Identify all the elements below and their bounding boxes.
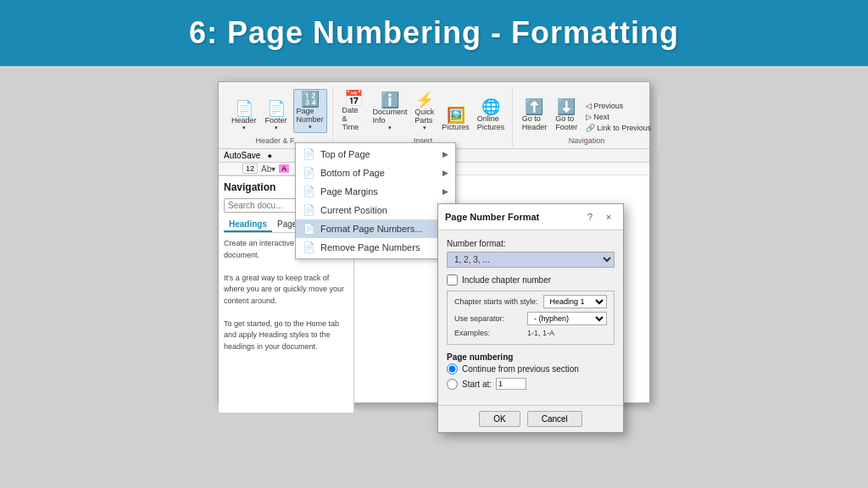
ribbon-buttons-nav: ⬆️ Go toHeader ⬇️ Go toFooter ◁ Previous (520, 97, 654, 133)
header-button[interactable]: 📄 Header ▾ (229, 99, 259, 133)
ribbon-group-header-footer: 📄 Header ▾ 📄 Footer ▾ 🔢 PageNumber (224, 87, 333, 147)
footer-icon: 📄 (267, 101, 286, 116)
nav-group-label: Navigation (569, 136, 605, 145)
page-title: 6: Page Numbering - Formatting (0, 15, 868, 51)
menu-format-page-numbers[interactable]: 📄 Format Page Numbers... (296, 219, 455, 238)
next-button[interactable]: ▷ Next (583, 112, 654, 122)
link-to-previous-button[interactable]: 🔗 Link to Previous (583, 123, 654, 133)
page-number-button[interactable]: 🔢 PageNumber ▾ (293, 89, 327, 133)
ribbon-buttons-hf: 📄 Header ▾ 📄 Footer ▾ 🔢 PageNumber (229, 89, 327, 133)
previous-button[interactable]: ◁ Previous (583, 101, 654, 111)
menu-bottom-of-page[interactable]: 📄 Bottom of Page ▶ (296, 164, 455, 182)
menu-label-top: Top of Page (320, 149, 370, 159)
menu-icon-top: 📄 (303, 148, 315, 160)
page-numbering-title: Page numbering (447, 352, 513, 362)
dialog-titlebar: Page Number Format ? × (438, 204, 623, 230)
highlight-icon: A (279, 164, 289, 173)
online-pictures-button[interactable]: 🌐 OnlinePictures (475, 97, 506, 133)
start-at-radio[interactable] (447, 379, 458, 390)
go-to-header-button[interactable]: ⬆️ Go toHeader (520, 97, 550, 133)
footer-arrow: ▾ (275, 125, 278, 131)
nav-tab-headings[interactable]: Headings (224, 218, 272, 232)
menu-label-format: Format Page Numbers... (320, 224, 422, 234)
date-time-label: Date &Time (342, 106, 365, 131)
link-icon: 🔗 (586, 124, 595, 132)
pictures-icon: 🖼️ (447, 108, 465, 123)
font-ab-icon: Ab▾ (261, 164, 275, 174)
quick-parts-icon: ⚡ (415, 92, 434, 108)
use-separator-label: Use separator: (454, 314, 522, 323)
examples-row: Examples: 1-1, 1-A (454, 329, 607, 337)
footer-label: Footer (265, 116, 287, 125)
menu-icon-current: 📄 (303, 204, 315, 216)
number-format-label: Number format: (447, 239, 615, 248)
dialog-footer: OK Cancel (438, 405, 623, 432)
cancel-button[interactable]: Cancel (527, 411, 582, 427)
number-format-field: Number format: 1, 2, 3, ... (447, 239, 615, 268)
continue-label: Continue from previous section (462, 364, 579, 374)
next-icon: ▷ (586, 113, 592, 121)
date-time-icon: 📅 (344, 91, 363, 106)
examples-value: 1-1, 1-A (527, 329, 595, 337)
link-label: Link to Previous (597, 124, 651, 132)
menu-label-remove: Remove Page Numbers (320, 242, 420, 252)
doc-info-label: DocumentInfo (372, 108, 407, 125)
go-to-header-label: Go toHeader (522, 114, 548, 131)
ribbon-row: 📄 Header ▾ 📄 Footer ▾ 🔢 PageNumber (219, 86, 649, 148)
chapter-style-label: Chapter starts with style: (454, 297, 538, 306)
header-arrow: ▾ (242, 125, 246, 131)
page-number-label: PageNumber (297, 107, 324, 124)
pictures-button[interactable]: 🖼️ Pictures (440, 106, 471, 133)
ribbon: 📄 Header ▾ 📄 Footer ▾ 🔢 PageNumber (219, 82, 649, 149)
menu-icon-bottom: 📄 (303, 167, 315, 179)
use-separator-select[interactable]: - (hyphen) (527, 312, 607, 325)
menu-icon-format: 📄 (303, 223, 315, 235)
menu-label-margins: Page Margins (320, 186, 378, 197)
go-to-header-icon: ⬆️ (525, 99, 543, 114)
header-label: Header (231, 116, 257, 125)
page-number-icon: 🔢 (301, 92, 320, 107)
menu-page-margins[interactable]: 📄 Page Margins ▶ (296, 182, 455, 201)
go-to-footer-button[interactable]: ⬇️ Go toFooter (553, 97, 580, 133)
menu-icon-remove: 📄 (303, 241, 315, 253)
ribbon-small-btns: ◁ Previous ▷ Next 🔗 Link to Previous (583, 101, 654, 133)
quick-parts-label: QuickParts (415, 108, 434, 125)
dialog-controls: ? × (582, 209, 616, 225)
include-chapter-checkbox[interactable] (447, 274, 458, 286)
hf-group-label: Header & F... (256, 136, 301, 145)
quick-parts-button[interactable]: ⚡ QuickParts ▾ (413, 91, 437, 133)
menu-remove-page-numbers[interactable]: 📄 Remove Page Numbers (296, 238, 455, 257)
menu-label-current: Current Position (320, 205, 387, 215)
ok-button[interactable]: OK (479, 411, 520, 427)
ribbon-group-insert: 📅 Date &Time ℹ️ DocumentInfo ▾ ⚡ QuickPa… (335, 87, 513, 147)
chapter-style-select[interactable]: Heading 1 (543, 295, 607, 308)
autosave-toggle: ● (267, 152, 271, 160)
doc-info-button[interactable]: ℹ️ DocumentInfo ▾ (370, 91, 409, 133)
header-icon: 📄 (235, 101, 253, 116)
doc-info-icon: ℹ️ (381, 92, 399, 108)
menu-top-of-page[interactable]: 📄 Top of Page ▶ (296, 145, 455, 164)
pictures-label: Pictures (442, 123, 470, 131)
footer-button[interactable]: 📄 Footer ▾ (263, 99, 290, 133)
start-at-label: Start at: (462, 380, 492, 389)
continue-radio[interactable] (447, 363, 458, 374)
font-size-indicator: 12 (242, 164, 258, 174)
next-label: Next (593, 113, 609, 121)
menu-arrow-bottom: ▶ (442, 169, 448, 177)
menu-label-bottom: Bottom of Page (320, 168, 385, 178)
page-numbering-section: Page numbering Continue from previous se… (447, 348, 615, 390)
date-time-button[interactable]: 📅 Date &Time (340, 89, 368, 133)
chapter-style-row: Chapter starts with style: Heading 1 (454, 295, 607, 308)
dialog-body: Number format: 1, 2, 3, ... Include chap… (438, 230, 623, 405)
previous-icon: ◁ (586, 102, 592, 110)
online-pictures-label: OnlinePictures (477, 114, 505, 131)
menu-current-position[interactable]: 📄 Current Position ▶ (296, 201, 455, 219)
start-at-input[interactable] (496, 378, 526, 390)
dialog-close-button[interactable]: × (601, 209, 616, 225)
dialog-help-button[interactable]: ? (582, 209, 598, 225)
page-number-dropdown: 📄 Top of Page ▶ 📄 Bottom of Page ▶ 📄 Pag… (295, 142, 456, 259)
autosave-label: AutoSave (224, 151, 260, 160)
start-at-radio-row: Start at: (447, 378, 615, 390)
go-to-footer-label: Go toFooter (555, 114, 577, 131)
number-format-select[interactable]: 1, 2, 3, ... (447, 252, 615, 268)
